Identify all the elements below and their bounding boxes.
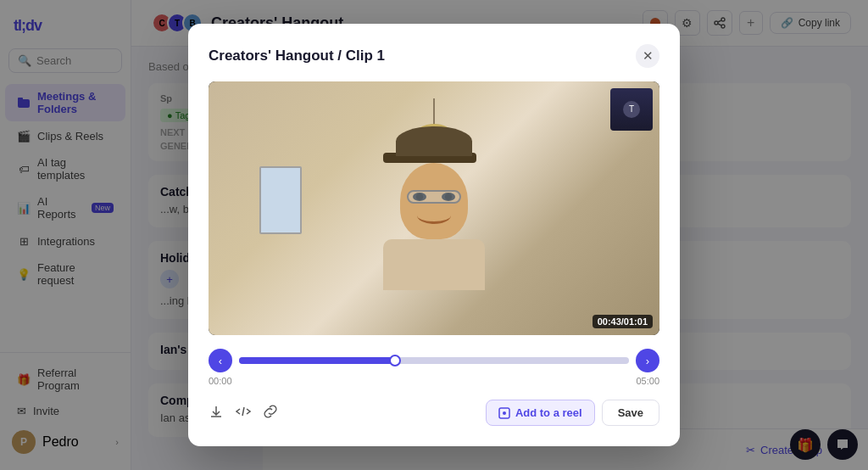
svg-point-9 bbox=[503, 411, 506, 415]
save-label: Save bbox=[618, 406, 643, 419]
modal-footer-icons bbox=[209, 404, 278, 422]
timeline-track[interactable] bbox=[239, 357, 629, 364]
timeline-end: 05:00 bbox=[636, 376, 659, 386]
modal-header: Creators' Hangout / Clip 1 ✕ bbox=[209, 44, 659, 68]
timeline-nav: ‹ › bbox=[209, 349, 659, 372]
timeline-start: 00:00 bbox=[209, 376, 232, 386]
video-background: T 00:43/01:01 bbox=[209, 81, 659, 335]
modal-overlay[interactable]: Creators' Hangout / Clip 1 ✕ bbox=[0, 0, 868, 470]
timeline: ‹ › 00:00 05:00 bbox=[209, 349, 659, 386]
video-thumb-inner: T bbox=[610, 88, 653, 131]
video-thumbnail: T bbox=[610, 88, 653, 131]
add-to-reel-button[interactable]: Add to a reel bbox=[486, 400, 595, 426]
modal-close-button[interactable]: ✕ bbox=[636, 44, 659, 68]
modal-footer: Add to a reel Save bbox=[209, 400, 659, 426]
timeline-fill bbox=[239, 357, 395, 364]
video-timestamp: 00:43/01:01 bbox=[593, 315, 653, 328]
window-decor bbox=[259, 166, 302, 234]
modal: Creators' Hangout / Clip 1 ✕ bbox=[188, 24, 680, 446]
link-button[interactable] bbox=[263, 404, 278, 422]
timeline-back-button[interactable]: ‹ bbox=[209, 349, 232, 372]
timeline-handle[interactable] bbox=[389, 355, 401, 366]
download-button[interactable] bbox=[209, 404, 224, 422]
person bbox=[383, 126, 485, 290]
timeline-times: 00:00 05:00 bbox=[209, 376, 659, 386]
modal-title: Creators' Hangout / Clip 1 bbox=[209, 48, 385, 64]
thumb-avatar: T bbox=[623, 101, 640, 118]
embed-button[interactable] bbox=[236, 404, 251, 422]
modal-footer-right: Add to a reel Save bbox=[486, 400, 659, 426]
save-button[interactable]: Save bbox=[602, 400, 659, 426]
video-player: T 00:43/01:01 bbox=[209, 81, 659, 335]
video-frame bbox=[209, 81, 659, 335]
timeline-forward-button[interactable]: › bbox=[636, 349, 659, 372]
add-reel-label: Add to a reel bbox=[515, 406, 582, 419]
